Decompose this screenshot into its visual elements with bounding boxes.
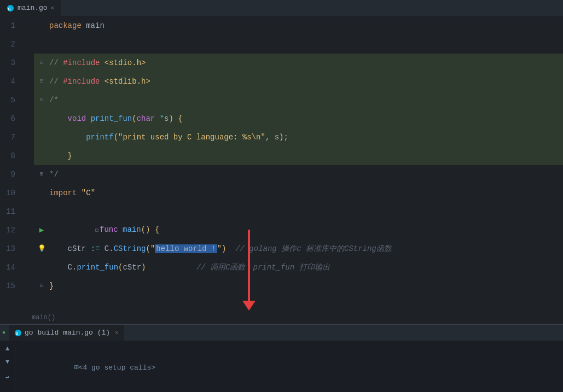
line-num-3: 3 (0, 54, 22, 72)
gutter-9: ⊞ (34, 165, 49, 184)
code-text-14: C.print_fun(cStr) // 调用C函数：print_fun 打印输… (49, 258, 330, 277)
code-text-1: package main (49, 16, 105, 35)
line-num-4: 4 (0, 72, 22, 91)
line-num-11: 11 (0, 202, 22, 221)
editor-area: 1 2 3 4 5 6 7 8 9 10 11 12 13 14 15 pack… (0, 16, 563, 312)
breadcrumb-text: main() (32, 314, 55, 321)
panel-tab-label: go build main.go (1) (25, 329, 110, 337)
panel-tab-bar: ● G go build main.go (1) × (0, 325, 563, 341)
scroll-up-button[interactable]: ▲ (2, 343, 13, 354)
code-text-8: } (49, 147, 72, 165)
line-num-5: 5 (0, 91, 22, 109)
gutter-3: ⊟ (34, 54, 49, 72)
code-line-10: import "C" (34, 184, 563, 202)
line-num-9: 9 (0, 165, 22, 184)
fold-icon-9[interactable]: ⊞ (40, 165, 43, 184)
run-icon-12[interactable]: ▶ (39, 221, 44, 239)
code-text-6: void print_fun(char *s) { (49, 109, 183, 128)
code-text-2 (49, 35, 54, 54)
panel-status-dot: ● (2, 330, 5, 336)
panel-controls: ▲ ▼ ↩ ⬇ (0, 341, 15, 392)
code-text-13: cStr := C.CString("hello world !") // go… (49, 239, 392, 258)
line-num-15: 15 (0, 277, 22, 295)
line-num-12: 12 (0, 221, 22, 239)
code-text-7: printf("print used by C language: %s\n",… (49, 128, 288, 147)
code-text-4: // #include <stdlib.h> (49, 72, 150, 91)
scroll-down-button[interactable]: ▼ (2, 356, 13, 367)
panel-tab-close[interactable]: × (115, 330, 119, 336)
code-line-7: printf("print used by C language: %s\n",… (34, 128, 563, 147)
code-text-3: // #include <stdio.h> (49, 54, 146, 72)
gutter-5: ⊟ (34, 91, 49, 109)
code-line-2 (34, 35, 563, 54)
main-go-tab[interactable]: G main.go × (0, 0, 61, 16)
line-num-6: 6 (0, 109, 22, 128)
panel-tab-run[interactable]: G go build main.go (1) × (9, 325, 124, 341)
gutter-13: 💡 (34, 239, 49, 258)
svg-text:G: G (16, 331, 19, 336)
line-numbers: 1 2 3 4 5 6 7 8 9 10 11 12 13 14 15 (0, 16, 28, 312)
fold-icon-4[interactable]: ⊟ (40, 72, 43, 91)
code-line-3: ⊟ // #include <stdio.h> (34, 54, 563, 72)
code-text-5: /* (49, 91, 59, 109)
bottom-panel: ● G go build main.go (1) × ▲ ▼ ↩ ⬇ ⊞<4 g… (0, 324, 563, 392)
fold-icon-12[interactable]: ⊟ (95, 227, 98, 233)
code-text-15: } (49, 277, 54, 295)
gutter-15: ⊟ (34, 277, 49, 295)
line-num-14: 14 (0, 258, 22, 277)
breadcrumb: main() (0, 312, 563, 324)
svg-text:G: G (8, 6, 11, 11)
code-area: package main ⊟ // #include <stdio.h> ⊟ /… (28, 16, 563, 312)
code-line-5: ⊟ /* (34, 91, 563, 109)
tab-close-icon[interactable]: × (51, 5, 55, 11)
panel-output: ⊞<4 go setup calls> print used by C lang… (15, 341, 563, 392)
go-file-icon: G (7, 4, 14, 12)
line-num-10: 10 (0, 184, 22, 202)
bulb-icon-13[interactable]: 💡 (38, 239, 46, 258)
code-text-9: */ (49, 165, 59, 184)
editor-tab-bar: G main.go × (0, 0, 563, 16)
code-line-1: package main (34, 16, 563, 35)
line-num-2: 2 (0, 35, 22, 54)
code-line-12: ▶ ⊟func main() { (34, 221, 563, 239)
gutter-4: ⊟ (34, 72, 49, 91)
tab-filename: main.go (18, 4, 48, 12)
code-line-8: } (34, 147, 563, 165)
code-line-6: void print_fun(char *s) { (34, 109, 563, 128)
code-line-15: ⊟ } (34, 277, 563, 295)
fold-icon-5[interactable]: ⊟ (40, 91, 43, 109)
code-text-10: import "C" (49, 184, 95, 202)
setup-calls-text: <4 go setup calls> (79, 364, 155, 372)
line-num-8: 8 (0, 147, 22, 165)
code-line-9: ⊞ */ (34, 165, 563, 184)
line-num-7: 7 (0, 128, 22, 147)
output-line-setup: ⊞<4 go setup calls> (21, 344, 558, 391)
code-line-4: ⊟ // #include <stdlib.h> (34, 72, 563, 91)
fold-icon-15[interactable]: ⊟ (40, 277, 43, 295)
line-num-13: 13 (0, 239, 22, 258)
wrap-button[interactable]: ↩ (2, 372, 13, 383)
code-line-14: C.print_fun(cStr) // 调用C函数：print_fun 打印输… (34, 258, 563, 277)
code-line-13: 💡 cStr := C.CString("hello world !") // … (34, 239, 563, 258)
line-num-1: 1 (0, 16, 22, 35)
panel-body: ▲ ▼ ↩ ⬇ ⊞<4 go setup calls> print used b… (0, 341, 563, 392)
run-tab-icon: G (14, 329, 22, 337)
expand-icon[interactable]: ⊞ (74, 363, 78, 372)
fold-icon-3[interactable]: ⊟ (40, 54, 43, 72)
gutter-12: ▶ (34, 221, 49, 239)
